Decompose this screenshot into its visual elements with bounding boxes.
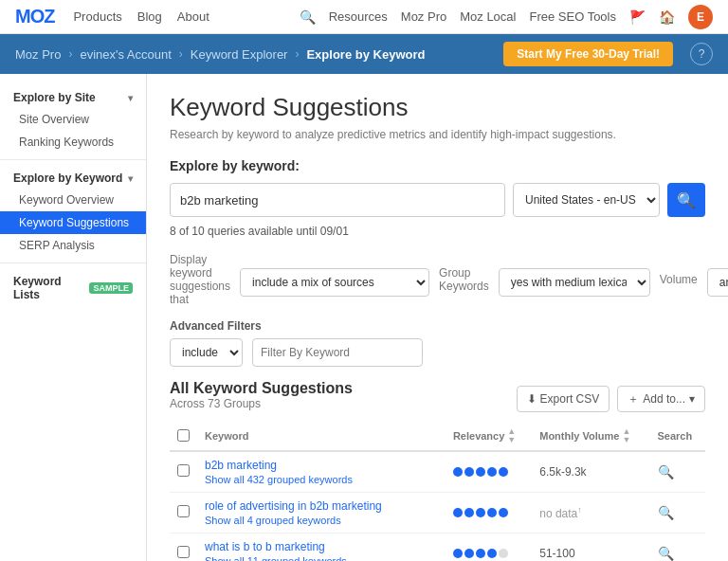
user-avatar[interactable]: E [688, 5, 713, 29]
flag-icon[interactable]: 🚩 [629, 9, 646, 25]
explore-site-label: Explore by Site [13, 91, 96, 104]
keyword-input[interactable] [170, 183, 505, 217]
search-icon[interactable]: 🔍 [300, 9, 316, 25]
show-grouped-link[interactable]: Show all 432 grouped keywords [205, 474, 438, 485]
sidebar: Explore by Site ▾ Site Overview Ranking … [0, 74, 147, 561]
keyword-cell: b2b marketingShow all 432 grouped keywor… [197, 451, 446, 493]
include-select[interactable]: include [170, 338, 243, 367]
page-title: Keyword Suggestions [170, 93, 705, 122]
sort-icon-relevancy[interactable]: ▲▼ [507, 427, 516, 444]
relevancy-dot [487, 508, 497, 517]
relevancy-dot [476, 508, 485, 517]
sidebar-keyword-lists[interactable]: Keyword Lists SAMPLE [0, 269, 146, 305]
relevancy-cell [446, 451, 532, 493]
relevancy-dot [476, 549, 485, 558]
help-button[interactable]: ? [690, 43, 713, 65]
breadcrumb-mozpro[interactable]: Moz Pro [15, 47, 61, 62]
group-select[interactable]: yes with medium lexical similarity [499, 268, 650, 297]
show-grouped-link[interactable]: Show all 4 grouped keywords [205, 515, 438, 526]
nav-resources[interactable]: Resources [329, 9, 388, 24]
search-row: United States - en-US 🔍 [170, 183, 705, 217]
select-all-checkbox[interactable] [177, 429, 190, 442]
country-select[interactable]: United States - en-US [513, 183, 660, 217]
chevron-down-icon-2: ▾ [128, 173, 133, 184]
th-search: Search [650, 422, 705, 451]
chevron-down-icon: ▾ [128, 93, 133, 103]
sidebar-item-ranking-keywords[interactable]: Ranking Keywords [0, 131, 146, 154]
relevancy-dot [499, 549, 508, 558]
relevancy-dot [499, 467, 508, 477]
nav-free-tools[interactable]: Free SEO Tools [529, 9, 616, 24]
relevancy-cell [446, 493, 532, 534]
sidebar-item-serp-analysis[interactable]: SERP Analysis [0, 234, 146, 257]
show-grouped-link[interactable]: Show all 11 grouped keywords [205, 555, 438, 561]
sidebar-item-keyword-overview[interactable]: Keyword Overview [0, 189, 146, 211]
nav-right: 🔍 Resources Moz Pro Moz Local Free SEO T… [300, 5, 713, 29]
advanced-filter-row: include [170, 338, 705, 367]
relevancy-dot [499, 508, 508, 517]
breadcrumb-bar: Moz Pro › evinex's Account › Keyword Exp… [0, 34, 728, 74]
sidebar-explore-site[interactable]: Explore by Site ▾ [0, 85, 146, 108]
row-search-icon[interactable]: 🔍 [658, 464, 674, 480]
trial-button[interactable]: Start My Free 30-Day Trial! [503, 42, 673, 66]
search-button[interactable]: 🔍 [667, 183, 705, 217]
sidebar-explore-keyword[interactable]: Explore by Keyword ▾ [0, 166, 146, 189]
filter-keyword-input[interactable] [252, 338, 423, 367]
relevancy-dot [464, 508, 474, 517]
nav-about[interactable]: About [177, 9, 209, 24]
relevancy-cell [446, 534, 532, 562]
relevancy-dot [487, 467, 497, 477]
relevancy-dot [464, 549, 474, 558]
row-search-icon[interactable]: 🔍 [658, 505, 674, 520]
row-checkbox-1[interactable] [177, 505, 190, 517]
volume-cell: no data↑ [532, 493, 649, 534]
nav-blog[interactable]: Blog [137, 9, 162, 24]
table-header-row: All Keyword Suggestions Across 73 Groups… [170, 380, 705, 418]
chevron-down-icon-3: ▾ [689, 392, 695, 406]
sidebar-item-site-overview[interactable]: Site Overview [0, 108, 146, 131]
keyword-text[interactable]: what is b to b marketing [205, 540, 438, 553]
th-checkbox [170, 422, 197, 451]
row-checkbox-0[interactable] [177, 464, 190, 477]
sort-icon-volume[interactable]: ▲▼ [622, 427, 630, 444]
relevancy-dot [453, 549, 463, 558]
th-relevancy: Relevancy ▲▼ [446, 422, 532, 451]
row-checkbox-cell [170, 493, 197, 534]
add-label: Add to... [643, 392, 685, 406]
explore-keyword-label: Explore by Keyword [13, 172, 122, 185]
relevancy-dot [487, 549, 497, 558]
sidebar-item-keyword-suggestions[interactable]: Keyword Suggestions [0, 211, 146, 234]
relevancy-dot [453, 508, 463, 517]
display-select[interactable]: include a mix of sources [240, 268, 429, 297]
add-to-button[interactable]: ＋ Add to... ▾ [617, 386, 705, 412]
volume-select[interactable]: any [707, 268, 728, 297]
volume-text: 6.5k-9.3k [539, 465, 586, 479]
moz-logo[interactable]: MOZ [15, 6, 54, 27]
nav-mozpro[interactable]: Moz Pro [401, 9, 446, 24]
home-icon[interactable]: 🏠 [659, 9, 675, 25]
sample-badge: SAMPLE [89, 282, 133, 294]
advanced-filters-label: Advanced Filters [170, 319, 705, 333]
nav-mozlocal[interactable]: Moz Local [460, 9, 516, 24]
nav-products[interactable]: Products [73, 9, 121, 24]
keyword-cell: role of advertising in b2b marketingShow… [197, 493, 446, 534]
keyword-table: Keyword Relevancy ▲▼ Monthly Volume [170, 422, 705, 561]
breadcrumb-sep-1: › [68, 47, 72, 61]
nav-links: Products Blog About [73, 9, 209, 24]
table-row: b2b marketingShow all 432 grouped keywor… [170, 451, 705, 493]
row-checkbox-2[interactable] [177, 546, 190, 558]
table-row: what is b to b marketingShow all 11 grou… [170, 534, 705, 562]
sidebar-divider-2 [0, 262, 146, 263]
keyword-text[interactable]: role of advertising in b2b marketing [205, 499, 438, 513]
export-csv-button[interactable]: ⬇ Export CSV [517, 386, 610, 412]
export-icon: ⬇ [527, 392, 537, 406]
volume-cell: 51-100 [532, 534, 649, 562]
search-cell: 🔍 [650, 493, 705, 534]
breadcrumb-sep-2: › [179, 47, 183, 61]
breadcrumb-current: Explore by Keyword [306, 47, 425, 62]
keyword-text[interactable]: b2b marketing [205, 459, 438, 472]
breadcrumb-keyword-explorer[interactable]: Keyword Explorer [191, 47, 288, 62]
row-search-icon[interactable]: 🔍 [658, 546, 674, 561]
main-layout: Explore by Site ▾ Site Overview Ranking … [0, 74, 728, 561]
breadcrumb-account[interactable]: evinex's Account [80, 47, 171, 62]
